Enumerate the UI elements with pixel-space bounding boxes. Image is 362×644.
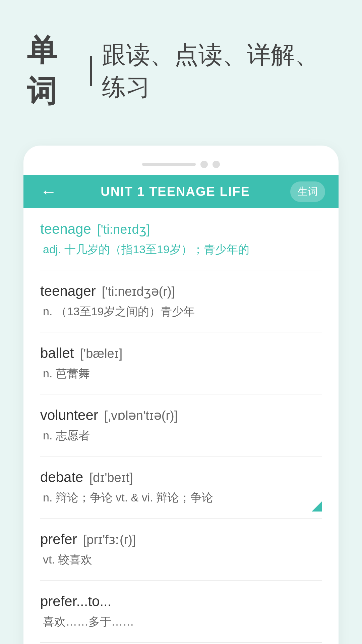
word-definition: n. （13至19岁之间的）青少年 <box>40 304 322 319</box>
word-item[interactable]: volunteer[ˌvɒlən'tɪə(r)]n. 志愿者 <box>40 394 322 457</box>
word-english: prefer <box>40 531 77 547</box>
word-definition: 喜欢……多于…… <box>40 614 322 630</box>
word-item[interactable]: teenage['ti:neɪdʒ]adj. 十几岁的（指13至19岁）；青少年… <box>40 208 322 270</box>
phone-dot-1 <box>200 161 208 168</box>
word-definition: vt. 较喜欢 <box>40 552 322 568</box>
word-phonetic: [prɪ'fɜː(r)] <box>83 533 136 547</box>
word-definition: n. 志愿者 <box>40 428 322 443</box>
phone-notch <box>142 163 196 166</box>
word-english: teenager <box>40 283 96 299</box>
word-phonetic: ['ti:neɪdʒ] <box>97 222 150 236</box>
word-item[interactable]: ballet['bæleɪ]n. 芭蕾舞 <box>40 332 322 394</box>
word-item[interactable]: teenager['ti:neɪdʒə(r)]n. （13至19岁之间的）青少年 <box>40 270 322 332</box>
vocab-badge[interactable]: 生词 <box>290 181 325 202</box>
phone-container: ← UNIT 1 TEENAGE LIFE 生词 teenage['ti:neɪ… <box>23 146 339 644</box>
title-main: 单词 <box>27 30 80 112</box>
app-header: ← UNIT 1 TEENAGE LIFE 生词 <box>23 175 339 208</box>
word-english: debate <box>40 469 83 485</box>
word-definition: n. 辩论；争论 vt. & vi. 辩论；争论 <box>40 490 322 505</box>
corner-triangle-icon <box>312 501 322 512</box>
unit-title: UNIT 1 TEENAGE LIFE <box>60 184 290 199</box>
word-english: volunteer <box>40 407 98 423</box>
word-phonetic: [dɪ'beɪt] <box>89 471 133 485</box>
word-definition: n. 芭蕾舞 <box>40 366 322 381</box>
word-definition: adj. 十几岁的（指13至19岁）；青少年的 <box>40 242 322 257</box>
page-header: 单词 跟读、点读、详解、练习 <box>0 0 362 132</box>
title-divider <box>90 56 92 86</box>
word-item[interactable]: debate[dɪ'beɪt]n. 辩论；争论 vt. & vi. 辩论；争论 <box>40 457 322 519</box>
word-item[interactable]: prefer...to...喜欢……多于…… <box>40 581 322 643</box>
title-sub: 跟读、点读、详解、练习 <box>102 39 335 103</box>
page-title: 单词 跟读、点读、详解、练习 <box>27 30 335 112</box>
word-item[interactable]: content['kɒntent]n. 内容；[pl] 目录；（书、讲话、节目等… <box>40 643 322 644</box>
word-list: teenage['ti:neɪdʒ]adj. 十几岁的（指13至19岁）；青少年… <box>23 208 339 644</box>
word-english: teenage <box>40 221 91 237</box>
word-english: ballet <box>40 345 74 361</box>
word-phonetic: [ˌvɒlən'tɪə(r)] <box>104 409 178 423</box>
phone-dot-2 <box>213 161 220 168</box>
word-phonetic: ['ti:neɪdʒə(r)] <box>102 284 175 299</box>
word-item[interactable]: prefer[prɪ'fɜː(r)]vt. 较喜欢 <box>40 519 322 581</box>
back-button[interactable]: ← <box>37 178 60 205</box>
phone-top-bar <box>23 156 339 175</box>
word-english: prefer...to... <box>40 593 111 609</box>
word-phonetic: ['bæleɪ] <box>80 346 122 361</box>
